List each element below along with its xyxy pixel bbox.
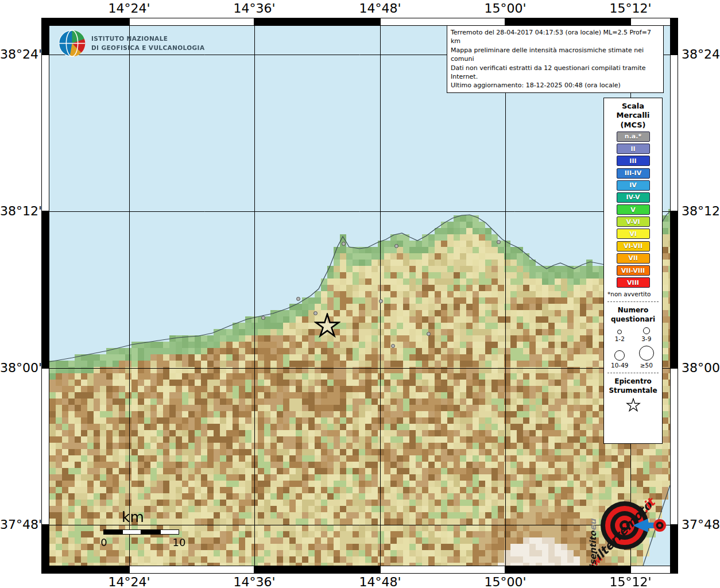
legend-title-line1: Scala [606,102,660,111]
scalebar-segment [160,529,179,535]
lon-label-bottom: 14°48' [354,575,406,588]
mcs-chip-12: VIII [617,277,650,288]
lat-label-right: 38°24' [682,47,720,61]
event-info-line3: Dati non verificati estratti da 12 quest… [451,64,660,82]
survey-town-dot [497,240,501,244]
lat-label-left: 37°48' [0,517,39,532]
epicenter-title-line2: Strumentale [606,386,660,396]
lat-label-right: 37°48' [682,517,720,532]
frame-border-segment [505,18,630,26]
questionnaire-title-line2: questionari [606,315,660,324]
frame-border-segment [670,211,678,368]
lat-label-right: 38°00' [682,361,720,375]
mcs-chip-6: V [617,204,650,215]
questionnaire-size-label: 1-2 [615,335,625,342]
legend-divider [607,373,659,373]
questionnaire-size-item: ≥50 [633,346,660,369]
lon-label-bottom: 14°24' [103,575,155,588]
questionnaire-size-grid: 1-23-910-49≥50 [606,327,660,369]
lat-label-left: 38°00' [0,361,39,375]
ingv-name-line2: DI GEOFISICA E VULCANOLOGIA [91,44,204,52]
frame-border-segment [41,18,129,26]
lon-label-top: 14°48' [354,1,406,16]
event-info-line2: Mappa preliminare delle intensità macros… [451,46,660,64]
frame-border-segment [380,18,505,26]
frame-border-segment [380,566,505,574]
legend-panel: Scala Mercalli (MCS) n.a.*IIIIIIII-IVIVI… [603,98,663,444]
mcs-chip-7: V-VI [617,216,650,227]
mcs-chip-3: III-IV [617,168,650,179]
frame-border-segment [670,368,678,525]
mcs-chip-1: II [617,144,650,154]
mcs-chip-11: VII-VIII [617,265,650,276]
scalebar-segment [103,529,122,535]
questionnaire-size-item: 3-9 [633,327,660,342]
questionnaire-circle-icon [614,350,625,361]
map-page: ilterremoto .it www. haisentito .eu ISTI… [0,0,720,588]
survey-town-dot [261,316,265,320]
mcs-chip-9: VI-VII [617,241,650,252]
frame-border-segment [41,55,49,211]
lon-label-bottom: 15°12' [605,575,656,588]
lon-label-bottom: 15°00' [479,575,531,588]
frame-border-segment [254,566,380,574]
epicenter-star-icon [314,313,340,339]
lon-label-top: 15°12' [605,1,656,16]
epicenter-legend-star-icon [626,398,641,413]
frame-border-segment [129,566,254,574]
epicenter-title-line1: Epicentro [606,377,660,386]
frame-border-segment [670,55,678,211]
survey-town-dot [342,242,346,246]
lat-label-left: 38°24' [0,47,39,61]
scalebar-unit-label: km [122,509,144,525]
event-info-box: Terremoto del 28-04-2017 04:17:53 (ora l… [447,25,664,93]
mcs-chip-0: n.a.* [617,131,650,142]
lat-label-left: 38°12' [0,204,39,218]
legend-footnote: *non avvertito [606,291,660,297]
survey-town-dot [296,297,300,301]
legend-title-line2: Mercalli [606,111,660,120]
map-interior: ilterremoto .it www. haisentito .eu [49,26,670,566]
lon-label-bottom: 14°36' [229,575,280,588]
mcs-chip-4: IV [617,180,650,191]
questionnaire-size-item: 1-2 [606,327,633,342]
survey-town-dot [379,299,383,303]
mcs-chip-8: VI [617,229,650,239]
frame-corner [670,18,678,26]
frame-border-segment [41,368,49,525]
ingv-name-line1: ISTITUTO NAZIONALE [91,34,204,43]
event-info-line4: Ultimo aggiornamento: 18-12-2025 00:48 (… [451,81,660,90]
mcs-chip-5: IV-V [617,192,650,203]
questionnaire-size-label: 3-9 [641,335,651,342]
scalebar-start-label: 0 [99,536,109,548]
frame-corner [670,566,678,574]
event-info-line1: Terremoto del 28-04-2017 04:17:53 (ora l… [451,28,660,46]
questionnaire-size-label: ≥50 [640,362,653,369]
legend-title-line3: (MCS) [606,121,660,130]
mcs-chip-10: VII [617,253,650,264]
lon-label-top: 14°36' [229,1,280,16]
legend-divider [607,301,659,302]
questionnaire-size-label: 10-49 [611,362,629,369]
scalebar-segment [141,529,160,535]
survey-town-dot [391,344,395,348]
frame-border-segment [254,18,380,26]
frame-corner [41,18,49,26]
ingv-logo: ISTITUTO NAZIONALE DI GEOFISICA E VULCAN… [59,30,204,57]
mcs-scale-list: n.a.*IIIIIIII-IVIVIV-VVV-VIVIVI-VIIVIIVI… [606,131,660,288]
frame-border-segment [129,18,254,26]
survey-town-dot [427,332,431,336]
scalebar-segment [122,529,141,535]
small-target-icon [653,519,666,532]
frame-border-segment [505,566,630,574]
lon-label-top: 14°24' [103,1,155,16]
survey-town-dot [394,244,398,248]
mcs-chip-2: III [617,156,650,166]
watermark-side-name: haisentito [588,530,598,566]
frame-border-segment [41,211,49,368]
questionnaire-title-line1: Numero [606,306,660,315]
lon-label-top: 15°00' [479,1,531,16]
ingv-globe-icon [59,30,86,57]
lat-label-right: 38°12' [682,204,720,218]
questionnaire-size-item: 10-49 [606,346,633,369]
